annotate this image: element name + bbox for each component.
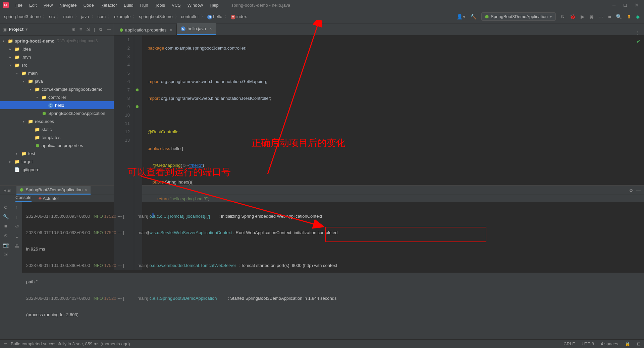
tree-resources[interactable]: ▾📁resources bbox=[0, 117, 114, 125]
rerun-icon[interactable]: ↻ bbox=[560, 14, 565, 20]
editor-area: ⬢application.properties× Chello.java× ⋮ … bbox=[114, 23, 644, 185]
project-view-icon: ▣ bbox=[3, 27, 7, 32]
print-icon[interactable]: 🖶 bbox=[15, 243, 19, 249]
line-col-icon[interactable]: ⊟ bbox=[637, 341, 641, 346]
bc-java[interactable]: java bbox=[81, 14, 89, 19]
stop-icon[interactable]: ■ bbox=[608, 14, 611, 19]
navigation-bar: spring-boot3-demo〉 src〉 main〉 java〉 com〉… bbox=[0, 10, 644, 23]
run-gutter-icon[interactable]: ⬢ bbox=[136, 102, 139, 111]
exit-icon[interactable]: ⎋ bbox=[4, 233, 7, 238]
select-file-icon[interactable]: ⊕ bbox=[72, 27, 75, 32]
project-dropdown-icon[interactable]: ▾ bbox=[25, 27, 28, 32]
tree-root[interactable]: ▾📁spring-boot3-demoD:\Project\spring-boo… bbox=[0, 37, 114, 45]
menu-run[interactable]: Run bbox=[138, 2, 151, 8]
tab-options-icon[interactable]: ⋮ bbox=[633, 30, 643, 35]
stop-icon[interactable]: ■ bbox=[4, 223, 7, 229]
tree-static[interactable]: 📁static bbox=[0, 125, 114, 133]
tree-main[interactable]: ▾📁main bbox=[0, 69, 114, 77]
tree-java[interactable]: ▾📁java bbox=[0, 77, 114, 85]
up-icon[interactable]: ↑ bbox=[16, 205, 18, 210]
bc-method[interactable]: mindex bbox=[231, 14, 247, 19]
ide-icon[interactable]: ◆ bbox=[636, 14, 640, 20]
bc-project[interactable]: spring-boot3-demo bbox=[4, 14, 41, 19]
menu-help[interactable]: Help bbox=[207, 2, 221, 8]
rerun-icon[interactable]: ↻ bbox=[4, 205, 8, 210]
bc-controller[interactable]: controller bbox=[181, 14, 199, 19]
menu-navigate[interactable]: Navigate bbox=[57, 2, 79, 8]
actuator-tab[interactable]: ✸ Actuator bbox=[38, 196, 59, 201]
tree-gitignore[interactable]: 📄.gitignore bbox=[0, 165, 114, 173]
menu-file[interactable]: File bbox=[13, 2, 25, 8]
tree-test[interactable]: ▸📁test bbox=[0, 149, 114, 157]
bc-com[interactable]: com bbox=[98, 14, 106, 19]
tree-controller[interactable]: ▾📁controller bbox=[0, 93, 114, 101]
collapse-icon[interactable]: ⇲ bbox=[86, 27, 90, 32]
minimize-button[interactable]: ─ bbox=[612, 2, 616, 8]
console-side-tools: ↑ ↓ ⏎ ⤓ 🖶 bbox=[11, 202, 22, 346]
readonly-icon[interactable]: 🔒 bbox=[625, 341, 630, 346]
divider-icon: | bbox=[94, 27, 95, 32]
maximize-button[interactable]: □ bbox=[624, 2, 627, 8]
wrench-icon[interactable]: 🔧 bbox=[3, 214, 9, 219]
attach-icon[interactable]: ⋯ bbox=[598, 14, 603, 20]
run-gutter-icon[interactable]: ⬢ bbox=[136, 86, 139, 94]
menu-vcs[interactable]: VCS bbox=[169, 2, 183, 8]
close-button[interactable]: ✕ bbox=[635, 2, 639, 8]
user-icon[interactable]: 👤▾ bbox=[457, 14, 466, 20]
search-icon[interactable]: 🔍 bbox=[616, 14, 622, 20]
tree-app-class[interactable]: ⬢SpringBoot3DemoApplication bbox=[0, 109, 114, 117]
status-icon[interactable]: ▭ bbox=[3, 341, 7, 346]
menu-view[interactable]: View bbox=[41, 2, 55, 8]
tree-app-props[interactable]: ⬢application.properties bbox=[0, 141, 114, 149]
close-icon[interactable]: × bbox=[170, 27, 173, 32]
down-icon[interactable]: ↓ bbox=[16, 214, 18, 219]
tree-hello-class[interactable]: Chello bbox=[0, 101, 114, 109]
window-title: spring-boot3-demo - hello.java bbox=[231, 3, 290, 8]
bc-src[interactable]: src bbox=[49, 14, 55, 19]
tree-mvn[interactable]: ▸📁.mvn bbox=[0, 53, 114, 61]
bc-example[interactable]: example bbox=[114, 14, 130, 19]
bc-main[interactable]: main bbox=[63, 14, 72, 19]
run-config-selector[interactable]: ⬢ SpringBoot3DemoApplication ▾ bbox=[481, 12, 556, 21]
menu-tools[interactable]: Tools bbox=[152, 2, 168, 8]
debug-icon[interactable]: 🐞 bbox=[570, 14, 576, 20]
menu-refactor[interactable]: Refactor bbox=[98, 2, 120, 8]
scroll-icon[interactable]: ⤓ bbox=[15, 234, 19, 239]
menu-code[interactable]: Code bbox=[81, 2, 97, 8]
bc-pkg[interactable]: springboot3demo bbox=[139, 14, 172, 19]
bc-class[interactable]: Chello bbox=[207, 14, 222, 19]
spring-icon: ⬢ bbox=[485, 14, 489, 19]
camera-icon[interactable]: 📷 bbox=[3, 242, 9, 248]
inspection-ok-icon[interactable]: ✔ bbox=[636, 38, 641, 45]
indent[interactable]: 4 spaces bbox=[601, 341, 618, 346]
project-title[interactable]: Project bbox=[9, 27, 23, 32]
menu-build[interactable]: Build bbox=[121, 2, 136, 8]
coverage-icon[interactable]: ▶ bbox=[581, 14, 585, 20]
run-tab[interactable]: ⬢SpringBoot3DemoApplication× bbox=[16, 186, 90, 195]
expand-icon[interactable]: ≡ bbox=[79, 27, 82, 32]
profile-icon[interactable]: ◉ bbox=[589, 14, 594, 20]
wrap-icon[interactable]: ⏎ bbox=[15, 224, 19, 229]
tree-idea[interactable]: ▸📁.idea bbox=[0, 45, 114, 53]
encoding[interactable]: UTF-8 bbox=[582, 341, 594, 346]
close-icon[interactable]: × bbox=[209, 26, 212, 31]
export-icon[interactable]: ⇲ bbox=[4, 252, 8, 257]
editor-tabs: ⬢application.properties× Chello.java× ⋮ bbox=[114, 23, 644, 36]
tab-hello-java[interactable]: Chello.java× bbox=[177, 23, 216, 35]
settings-icon[interactable]: ✿ bbox=[99, 27, 103, 32]
menu-window[interactable]: Window bbox=[185, 2, 206, 8]
tree-package[interactable]: ▾📁com.example.springboot3demo bbox=[0, 85, 114, 93]
close-icon[interactable]: × bbox=[85, 187, 87, 192]
hammer-icon[interactable]: 🔨 bbox=[470, 14, 477, 20]
console-output[interactable]: 2023-06-01T10:50:00.093+08:00 INFO 17520… bbox=[22, 202, 644, 346]
console-tab[interactable]: Console bbox=[15, 195, 32, 202]
menu-edit[interactable]: Edit bbox=[26, 2, 39, 8]
tree-src[interactable]: ▾📁src bbox=[0, 61, 114, 69]
line-ending[interactable]: CRLF bbox=[564, 341, 575, 346]
annotation-text-2: 可以查看到运行的端口号 bbox=[127, 166, 231, 179]
tree-templates[interactable]: 📁templates bbox=[0, 133, 114, 141]
tab-app-properties[interactable]: ⬢application.properties× bbox=[115, 24, 177, 35]
tree-target[interactable]: ▸📁target bbox=[0, 157, 114, 165]
updates-icon[interactable]: ⬆ bbox=[627, 14, 631, 20]
hide-panel-icon[interactable]: — bbox=[107, 27, 111, 32]
